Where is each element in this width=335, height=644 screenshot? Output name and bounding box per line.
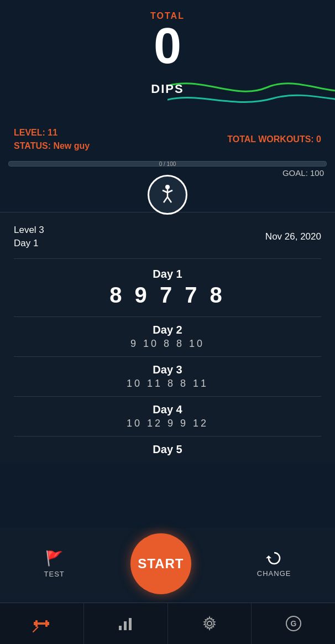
day-3-section: Day 3 10 11 8 8 11	[14, 356, 321, 396]
workout-icon-circle	[148, 175, 187, 215]
workout-date: Nov 26, 2020	[265, 231, 321, 242]
chart-icon	[118, 616, 133, 631]
day-4-section: Day 4 10 12 9 9 12	[14, 396, 321, 436]
day-4-label: Day 4	[14, 403, 321, 416]
day-1-numbers: 8 9 7 7 8	[14, 283, 321, 308]
svg-point-0	[165, 185, 170, 189]
test-label: TEST	[44, 570, 65, 578]
nav-settings[interactable]	[168, 603, 252, 644]
day-line: Day 1	[14, 237, 44, 250]
stat-left: LEVEL: 11 STATUS: New guy	[14, 126, 90, 153]
change-label: CHANGE	[257, 569, 291, 578]
svg-rect-15	[129, 618, 132, 630]
test-button[interactable]: 🚩 TEST	[44, 550, 65, 578]
gear-icon	[202, 616, 217, 631]
exercise-label: DIPS	[151, 82, 184, 96]
day-2-label: Day 2	[14, 324, 321, 336]
stat-right: TOTAL WORKOUTS: 0	[227, 126, 321, 153]
svg-rect-10	[45, 620, 48, 627]
day-5-label: Day 5	[14, 443, 321, 456]
svg-text:G: G	[290, 619, 296, 628]
total-value: 0	[0, 21, 335, 71]
svg-line-12	[33, 627, 38, 632]
person-icon	[155, 183, 180, 207]
workout-icon-wrapper	[0, 175, 335, 215]
day-2-section: Day 2 9 10 8 8 10	[14, 316, 321, 356]
status-label: STATUS: New guy	[14, 139, 90, 153]
svg-rect-9	[35, 620, 38, 627]
day-1-label: Day 1	[14, 268, 321, 281]
svg-rect-11	[38, 622, 45, 625]
wave-svg	[168, 71, 335, 115]
svg-rect-14	[124, 621, 127, 630]
day-4-numbers: 10 12 9 9 12	[14, 418, 321, 429]
start-label: START	[138, 556, 184, 572]
svg-line-2	[163, 190, 168, 193]
wave-container: DIPS	[0, 71, 335, 115]
nav-app[interactable]: G	[251, 603, 335, 644]
stats-row: LEVEL: 11 STATUS: New guy TOTAL WORKOUTS…	[0, 121, 335, 158]
top-section: TOTAL 0 DIPS	[0, 0, 335, 121]
progress-text: 0 / 100	[159, 161, 176, 167]
level-line: Level 3	[14, 224, 44, 237]
day-1-section: Day 1 8 9 7 7 8	[14, 258, 321, 316]
start-button[interactable]: START	[130, 533, 191, 594]
day-2-numbers: 9 10 8 8 10	[14, 338, 321, 350]
day-5-section: Day 5	[14, 436, 321, 463]
refresh-icon	[266, 550, 282, 567]
main-content: Level 3 Day 1 Nov 26, 2020 Day 1 8 9 7 7…	[0, 212, 335, 463]
svg-rect-13	[119, 626, 122, 630]
flag-icon: 🚩	[45, 550, 63, 567]
level-label: LEVEL: 11	[14, 126, 90, 139]
bottom-actions: 🚩 TEST START CHANGE	[0, 528, 335, 600]
svg-line-4	[164, 197, 168, 202]
nav-workouts[interactable]	[0, 603, 83, 644]
svg-line-5	[168, 197, 171, 202]
nav-stats[interactable]	[83, 603, 168, 644]
dumbbell-icon	[33, 615, 50, 632]
workout-header: Level 3 Day 1 Nov 26, 2020	[14, 218, 321, 258]
bottom-nav: G	[0, 603, 335, 644]
svg-line-3	[168, 190, 172, 193]
day-3-label: Day 3	[14, 363, 321, 376]
total-workouts-label: TOTAL WORKOUTS: 0	[227, 134, 321, 144]
change-button[interactable]: CHANGE	[257, 550, 291, 578]
svg-point-16	[207, 621, 212, 626]
g-icon: G	[285, 615, 302, 632]
level-day-info: Level 3 Day 1	[14, 224, 44, 250]
day-3-numbers: 10 11 8 8 11	[14, 378, 321, 389]
progress-bar-wrapper: 0 / 100	[8, 161, 327, 167]
svg-marker-6	[266, 555, 271, 558]
